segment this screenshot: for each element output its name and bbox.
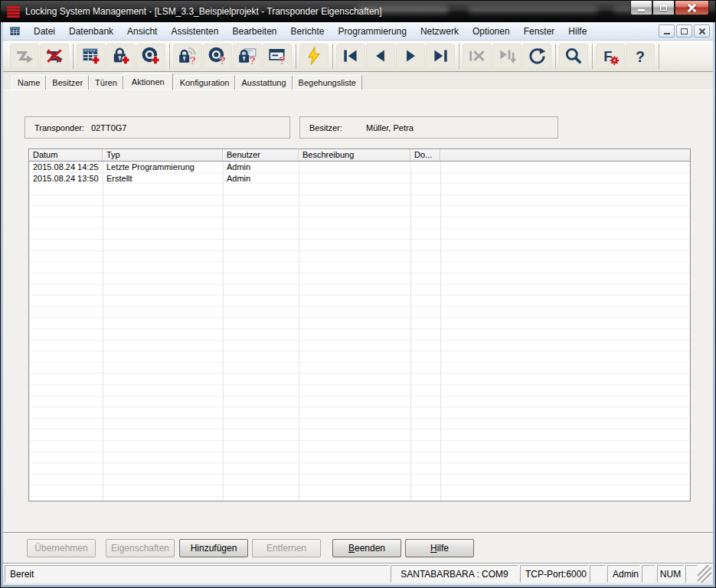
owner-label: Besitzer: xyxy=(309,123,365,132)
read-lock-button[interactable]: ? xyxy=(173,44,202,69)
tab-begehungsliste[interactable]: Begehungsliste xyxy=(293,75,362,90)
column-header-dokument[interactable]: Do... xyxy=(410,149,440,161)
owner-field: Besitzer: Müller, Petra xyxy=(299,116,558,139)
entfernen-button[interactable]: Entfernen xyxy=(252,539,321,557)
column-header-datum[interactable]: Datum xyxy=(29,149,103,161)
jump-button[interactable] xyxy=(10,44,39,69)
table-grid-lines xyxy=(29,149,690,501)
program-icon xyxy=(304,46,324,66)
tab-strip: Name Besitzer Türen Aktionen Konfigurati… xyxy=(3,72,713,90)
eigenschaften-button[interactable]: Eigenschaften xyxy=(106,539,175,557)
status-connection: SANTABARBARA : COM9 xyxy=(391,565,518,583)
apply-record-icon xyxy=(497,46,517,66)
read-window-button[interactable]: ? xyxy=(263,44,292,69)
first-record-icon xyxy=(341,46,361,66)
status-empty-panel xyxy=(685,565,698,583)
menu-fenster[interactable]: Fenster xyxy=(517,24,562,39)
filter-settings-icon: F xyxy=(600,46,620,66)
next-record-button[interactable] xyxy=(396,44,425,69)
tab-aktionen[interactable]: Aktionen xyxy=(123,73,173,90)
read-transponder-icon: ? xyxy=(208,46,227,66)
cancel-record-button[interactable] xyxy=(463,44,492,69)
apply-record-button[interactable] xyxy=(492,44,521,69)
beenden-button[interactable]: Beenden xyxy=(332,539,401,557)
prev-record-icon xyxy=(371,46,391,66)
read-lock-card-icon: ? xyxy=(237,46,257,66)
minimize-icon xyxy=(638,9,645,11)
cell-dokument xyxy=(410,162,440,173)
status-tcp-port: TCP-Port:6000 xyxy=(520,565,588,583)
column-header-benutzer[interactable]: Benutzer xyxy=(223,149,299,161)
program-button[interactable] xyxy=(299,44,329,69)
help-icon: ? xyxy=(630,46,650,66)
menu-hilfe[interactable]: Hilfe xyxy=(561,24,593,39)
search-button[interactable] xyxy=(559,44,588,69)
cell-benutzer: Admin xyxy=(223,173,299,185)
mdi-minimize-button[interactable] xyxy=(659,24,675,38)
filter-settings-button[interactable]: F xyxy=(596,44,625,69)
status-empty-panel xyxy=(590,565,606,583)
tab-besitzer[interactable]: Besitzer xyxy=(46,75,89,90)
minimize-button[interactable] xyxy=(630,1,652,15)
svg-text:?: ? xyxy=(249,54,256,66)
toolbar-separator xyxy=(555,44,556,69)
last-record-button[interactable] xyxy=(426,44,455,69)
hilfe-button[interactable]: Hilfe xyxy=(405,539,474,557)
tab-konfiguration[interactable]: Konfiguration xyxy=(174,75,236,90)
maximize-icon xyxy=(660,5,667,11)
close-button[interactable] xyxy=(675,1,709,15)
tab-ausstattung[interactable]: Ausstattung xyxy=(235,75,292,90)
menu-datei[interactable]: Datei xyxy=(27,24,62,39)
jump-cancel-button[interactable] xyxy=(40,44,69,69)
menu-datenbank[interactable]: Datenbank xyxy=(62,24,120,39)
menu-programmierung[interactable]: Programmierung xyxy=(332,24,414,39)
new-locking-system-icon xyxy=(81,46,101,66)
status-bar: Bereit SANTABARBARA : COM9 TCP-Port:6000… xyxy=(3,563,713,585)
new-locking-system-button[interactable] xyxy=(77,44,106,69)
svg-text:?: ? xyxy=(219,54,226,66)
menu-ansicht[interactable]: Ansicht xyxy=(120,24,164,39)
toolbar-separator xyxy=(659,44,659,69)
menu-optionen[interactable]: Optionen xyxy=(466,24,517,39)
menu-netzwerk[interactable]: Netzwerk xyxy=(414,24,466,39)
column-header-typ[interactable]: Typ xyxy=(103,149,223,161)
menu-bearbeiten[interactable]: Bearbeiten xyxy=(225,24,283,39)
table-row[interactable]: 2015.08.24 13:50 Erstellt Admin xyxy=(29,173,690,185)
hinzufuegen-button[interactable]: Hinzufügen xyxy=(179,539,248,557)
glass-reflection xyxy=(468,6,598,14)
tab-name[interactable]: Name xyxy=(11,75,46,90)
table-row[interactable]: 2015.08.24 14:25 Letzte Programmierung A… xyxy=(29,162,690,173)
refresh-icon xyxy=(527,46,547,66)
svg-text:F: F xyxy=(603,48,612,64)
new-lock-icon xyxy=(111,46,131,66)
status-empty-panel xyxy=(642,565,656,583)
resize-grip[interactable] xyxy=(698,565,711,583)
column-header-empty[interactable] xyxy=(440,149,690,161)
svg-text:?: ? xyxy=(636,48,645,65)
column-header-beschreibung[interactable]: Beschreibung xyxy=(299,149,410,161)
menu-bar: Datei Datenbank Ansicht Assistenten Bear… xyxy=(3,22,713,41)
prev-record-button[interactable] xyxy=(366,44,395,69)
new-lock-button[interactable] xyxy=(106,44,136,69)
first-record-button[interactable] xyxy=(336,44,365,69)
window-title: Locking System Management - [LSM_3.3_Bei… xyxy=(25,6,382,17)
menu-berichte[interactable]: Berichte xyxy=(284,24,332,39)
uebernehmen-button[interactable]: Übernehmen xyxy=(27,539,96,557)
cell-datum: 2015.08.24 13:50 xyxy=(29,173,103,185)
maximize-button[interactable] xyxy=(652,1,675,15)
toolbar-separator xyxy=(592,44,593,69)
mdi-restore-button[interactable] xyxy=(676,24,692,38)
menu-assistenten[interactable]: Assistenten xyxy=(164,24,225,39)
new-transponder-button[interactable] xyxy=(136,44,165,69)
read-transponder-button[interactable]: ? xyxy=(203,44,232,69)
read-lock-icon: ? xyxy=(178,46,198,66)
mdi-close-button[interactable] xyxy=(694,24,710,38)
read-window-icon: ? xyxy=(267,46,287,66)
cell-datum: 2015.08.24 14:25 xyxy=(29,162,103,173)
tab-tueren[interactable]: Türen xyxy=(89,75,123,90)
toolbar-separator xyxy=(459,44,459,69)
read-lock-card-button[interactable]: ? xyxy=(233,44,262,69)
status-ready: Bereit xyxy=(5,565,389,583)
refresh-button[interactable] xyxy=(522,44,551,69)
help-button[interactable]: ? xyxy=(626,44,655,69)
